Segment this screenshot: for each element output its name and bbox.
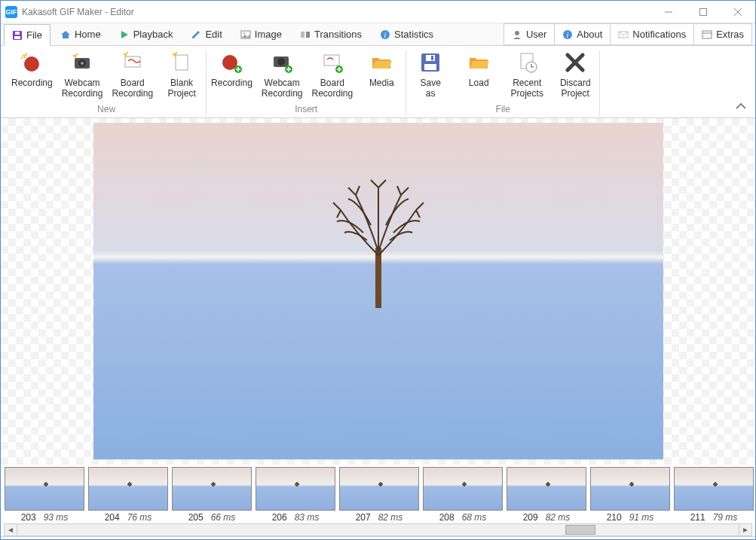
svg-rect-5: [14, 36, 20, 39]
ribbon-item-label: Media: [369, 78, 394, 88]
frame-206[interactable]: 20683 ms: [255, 467, 336, 523]
svg-rect-37: [431, 56, 433, 60]
collapse-ribbon-button[interactable]: [736, 99, 746, 113]
preview-image[interactable]: [93, 123, 663, 459]
frame-thumb[interactable]: [590, 467, 670, 511]
frame-207[interactable]: 20782 ms: [338, 467, 420, 523]
tab-image[interactable]: Image: [232, 23, 290, 45]
scroll-right-button[interactable]: ▸: [739, 524, 751, 535]
frame-thumb[interactable]: [339, 467, 419, 511]
frame-thumb[interactable]: [5, 467, 84, 511]
svg-rect-26: [176, 55, 188, 70]
ribbon-media[interactable]: Media: [362, 50, 401, 99]
frame-210[interactable]: 21091 ms: [589, 467, 671, 523]
ribbon-save-as[interactable]: Saveas: [411, 50, 450, 99]
info-icon: i: [562, 29, 573, 40]
minimize-button[interactable]: [651, 1, 686, 23]
svg-point-21: [24, 56, 39, 72]
frame-number: 210: [607, 512, 622, 523]
ribbon-webcam-recording[interactable]: WebcamRecording: [262, 50, 303, 99]
frame-thumb[interactable]: [423, 467, 503, 511]
frame-209[interactable]: 20982 ms: [506, 467, 587, 523]
frame-203[interactable]: 20393 ms: [4, 467, 85, 523]
svg-point-24: [81, 62, 84, 65]
tab-label: Statistics: [394, 29, 433, 40]
timeline-scrollbar[interactable]: ◂ ▸: [4, 523, 752, 536]
scroll-track[interactable]: [17, 524, 739, 535]
rtab-about[interactable]: iAbout: [554, 23, 611, 45]
ribbon-group-insert: RecordingWebcamRecordingBoardRecordingMe…: [207, 50, 406, 116]
ribbon-item-label: Saveas: [421, 78, 441, 99]
frame-number: 207: [356, 512, 371, 523]
maximize-button[interactable]: [686, 1, 721, 23]
tab-label: Playback: [133, 29, 173, 40]
close-button[interactable]: [721, 1, 755, 23]
rtab-user[interactable]: User: [503, 23, 555, 45]
rtab-label: Extras: [716, 29, 744, 40]
ribbon-item-label: Load: [469, 78, 489, 88]
save-icon: [12, 30, 23, 41]
webcam-icon: [70, 50, 94, 75]
frame-205[interactable]: 20566 ms: [171, 467, 253, 523]
frame-204[interactable]: 20476 ms: [87, 467, 169, 523]
ribbon-recording[interactable]: Recording: [211, 50, 253, 99]
svg-rect-36: [426, 55, 435, 61]
frame-duration: 79 ms: [713, 512, 738, 523]
ribbon-recording[interactable]: Recording: [11, 50, 53, 99]
svg-rect-1: [700, 8, 707, 15]
blank-icon: [170, 50, 194, 75]
maximize-icon: [699, 8, 707, 16]
ribbon-discard-project[interactable]: DiscardProject: [556, 50, 595, 99]
tab-playback[interactable]: Playback: [111, 23, 182, 45]
tab-label: File: [26, 29, 42, 41]
ribbon-board-recording[interactable]: BoardRecording: [112, 50, 153, 99]
frame-thumb[interactable]: [88, 467, 168, 511]
ribbon-blank-project[interactable]: BlankProject: [162, 50, 201, 99]
webcam-add-icon: [270, 50, 294, 75]
statusbar: 50 ▲▼ % 262 1 0: [1, 536, 755, 540]
tree-graphic: [326, 180, 431, 308]
ribbon-webcam-recording[interactable]: WebcamRecording: [62, 50, 103, 99]
tab-transitions[interactable]: Transitions: [292, 23, 370, 45]
tab-statistics[interactable]: iStatistics: [372, 23, 442, 45]
svg-rect-25: [125, 56, 140, 67]
record-icon: [20, 50, 44, 75]
tab-home[interactable]: Home: [52, 23, 109, 45]
play-icon: [119, 29, 130, 40]
tab-file[interactable]: File: [4, 24, 51, 46]
ribbon-board-recording[interactable]: BoardRecording: [312, 50, 354, 99]
ribbon-load[interactable]: Load: [459, 50, 498, 99]
record-add-icon: [219, 50, 243, 75]
ribbon-group-file: SaveasLoadRecentProjectsDiscardProjectFi…: [406, 50, 600, 116]
rtab-label: About: [577, 29, 602, 40]
ribbon-recent-projects[interactable]: RecentProjects: [507, 50, 546, 99]
ribbon-item-label: WebcamRecording: [262, 78, 303, 99]
ribbon-item-label: BoardRecording: [112, 78, 153, 99]
rtab-label: Notifications: [632, 29, 686, 40]
frame-thumb[interactable]: [507, 467, 586, 511]
app-icon: GIF: [5, 6, 17, 18]
svg-rect-32: [324, 55, 339, 66]
minimize-icon: [665, 8, 672, 16]
frame-number: 209: [523, 512, 538, 523]
scroll-thumb[interactable]: [565, 525, 595, 535]
frame-thumb[interactable]: [256, 467, 335, 511]
ribbon-item-label: BlankProject: [167, 78, 195, 99]
frame-thumb[interactable]: [674, 467, 754, 511]
frame-208[interactable]: 20868 ms: [422, 467, 503, 523]
ribbon-group-label: Insert: [295, 104, 317, 116]
tab-label: Image: [255, 29, 282, 40]
rtab-notifications[interactable]: Notifications: [610, 23, 694, 45]
tab-edit[interactable]: Edit: [182, 23, 230, 45]
scroll-left-button[interactable]: ◂: [5, 524, 17, 535]
saveas-icon: [418, 50, 442, 75]
frame-number: 208: [439, 512, 455, 523]
frame-211[interactable]: 21179 ms: [673, 467, 754, 523]
frame-thumb[interactable]: [172, 467, 252, 511]
folder-icon: [369, 50, 393, 75]
frame-duration: 83 ms: [295, 512, 320, 523]
user-icon: [512, 29, 522, 40]
rtab-extras[interactable]: Extras: [693, 23, 752, 45]
frame-duration: 91 ms: [629, 512, 654, 523]
svg-point-15: [515, 31, 519, 35]
